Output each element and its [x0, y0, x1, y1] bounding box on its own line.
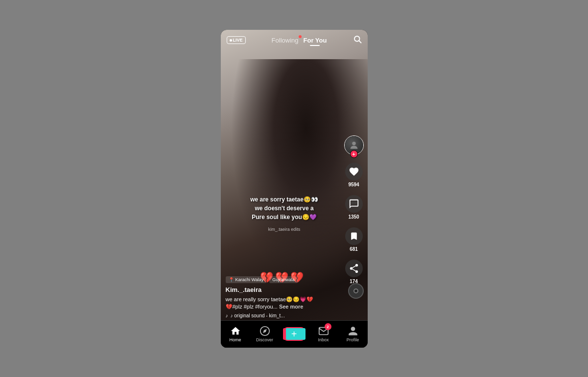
nav-profile[interactable]: Profile: [342, 326, 364, 342]
following-dot-indicator: [299, 35, 302, 38]
svg-point-5: [355, 202, 356, 203]
music-note-icon: ♪: [226, 313, 228, 318]
profile-label: Profile: [347, 337, 359, 342]
see-more-button[interactable]: See more: [279, 304, 304, 310]
post-caption: we are really sorry taetae🥺😔💗💔 💔#plz #pl…: [226, 296, 341, 311]
discover-icon: [259, 326, 270, 336]
share-button[interactable]: 174: [345, 260, 363, 284]
location-tag-1[interactable]: 📍 Karachi Walay: [226, 276, 267, 283]
creator-watermark: kim_.taeira edits: [227, 227, 342, 232]
bookmark-count: 681: [350, 246, 358, 252]
nav-home[interactable]: Home: [224, 326, 246, 342]
video-overlay-text: we are sorry taetae🥺👀 we doesn't deserve…: [227, 195, 342, 222]
home-label: Home: [229, 337, 241, 342]
heart-icon: [345, 163, 363, 180]
svg-point-2: [352, 141, 355, 145]
music-disc: [348, 283, 364, 299]
location-tag-2[interactable]: Gujranwala: [269, 276, 298, 283]
creator-avatar-container[interactable]: +: [344, 135, 364, 155]
live-badge[interactable]: LIVE: [227, 36, 246, 44]
inbox-label: Inbox: [318, 337, 329, 342]
location-tags: 📍 Karachi Walay Gujranwala: [226, 276, 341, 283]
nav-add[interactable]: +: [283, 327, 305, 341]
svg-line-1: [359, 41, 361, 43]
bottom-nav: Home Discover + 2: [221, 320, 368, 348]
follow-plus-button[interactable]: +: [350, 150, 358, 158]
sound-bar[interactable]: ♪ ♪ original sound - kim_t...: [226, 313, 341, 318]
inbox-badge: 2: [325, 323, 331, 330]
comment-icon: [345, 195, 363, 213]
like-button[interactable]: 9594: [345, 163, 363, 187]
svg-marker-7: [263, 329, 267, 333]
phone-frame: LIVE Following For You we are sorry taet…: [221, 30, 368, 348]
post-username[interactable]: Kim._.taeira: [226, 286, 341, 293]
comment-count: 1350: [348, 214, 359, 220]
bookmark-icon: [345, 227, 363, 245]
tab-following[interactable]: Following: [272, 37, 299, 44]
add-button[interactable]: +: [284, 327, 305, 341]
discover-label: Discover: [256, 337, 273, 342]
tab-foryou[interactable]: For You: [304, 37, 327, 44]
nav-inbox[interactable]: 2 Inbox: [312, 326, 334, 342]
bottom-content: 📍 Karachi Walay Gujranwala Kim._.taeira …: [226, 276, 341, 318]
top-bar: LIVE Following For You: [221, 30, 368, 51]
svg-point-4: [353, 202, 354, 203]
nav-tabs: Following For You: [272, 37, 327, 44]
right-sidebar: + 9594 1350: [344, 135, 364, 284]
nav-discover[interactable]: Discover: [254, 326, 276, 342]
live-label: LIVE: [233, 38, 243, 43]
comment-button[interactable]: 1350: [345, 195, 363, 220]
live-dot: [230, 39, 232, 42]
bookmark-button[interactable]: 681: [345, 227, 363, 252]
share-icon: [345, 260, 363, 277]
profile-icon: [348, 326, 358, 336]
svg-point-3: [352, 202, 353, 203]
like-count: 9594: [348, 182, 359, 187]
home-icon: [230, 326, 241, 336]
location-icon-1: 📍: [229, 277, 234, 282]
sound-label: ♪ original sound - kim_t...: [231, 313, 285, 318]
search-icon[interactable]: [353, 35, 362, 46]
inbox-icon: 2: [318, 326, 329, 336]
